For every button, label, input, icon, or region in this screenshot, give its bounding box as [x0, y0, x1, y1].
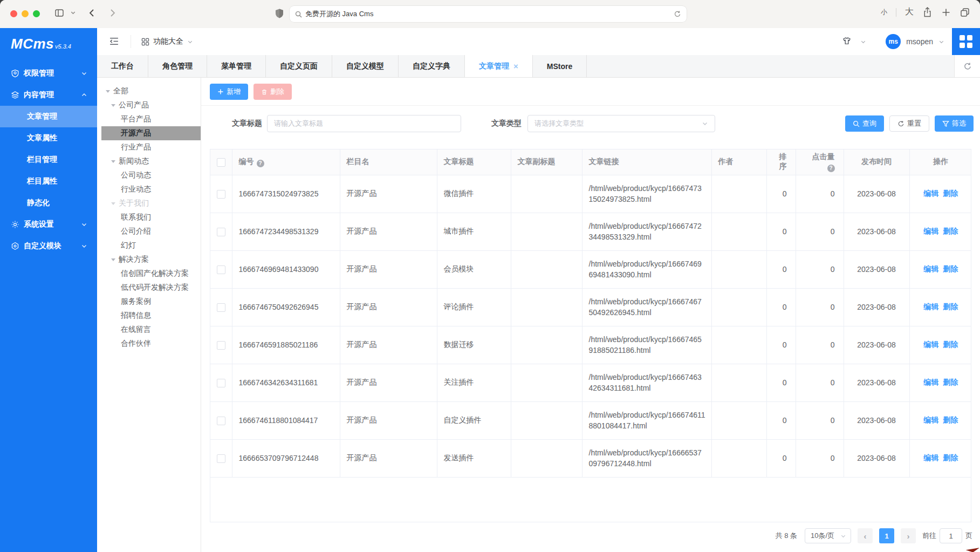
tree-item[interactable]: 幻灯: [97, 238, 201, 253]
refresh-tab-icon[interactable]: [954, 55, 980, 77]
tree-item[interactable]: 招聘信息: [97, 309, 201, 323]
row-checkbox[interactable]: [217, 228, 225, 236]
apps-menu[interactable]: 功能大全: [141, 28, 193, 55]
tree-item[interactable]: 公司产品: [97, 98, 201, 112]
tab-role-manage[interactable]: 角色管理: [148, 55, 207, 77]
sidebar-chevron-icon[interactable]: [70, 10, 76, 16]
sidebar-subitem-article-manage[interactable]: 文章管理: [0, 106, 97, 127]
tree-item[interactable]: 开源产品: [101, 126, 201, 140]
edit-link[interactable]: 编辑: [923, 189, 938, 197]
page-size-select[interactable]: 10条/页: [805, 528, 851, 543]
tree-item[interactable]: 公司动态: [97, 168, 201, 182]
delete-link[interactable]: 删除: [943, 415, 958, 424]
sidebar-subitem-column-manage[interactable]: 栏目管理: [0, 149, 97, 171]
font-smaller-button[interactable]: 小: [881, 8, 887, 17]
tree-item[interactable]: 服务案例: [97, 295, 201, 309]
tree-item[interactable]: 行业动态: [97, 182, 201, 196]
tree-item[interactable]: 合作伙伴: [97, 337, 201, 351]
sidebar-item-content[interactable]: 内容管理: [0, 84, 97, 106]
delete-link[interactable]: 删除: [943, 302, 958, 311]
sidebar-item-permission[interactable]: 权限管理: [0, 63, 97, 84]
tree-item[interactable]: 新闻动态: [97, 154, 201, 168]
tree-item[interactable]: 在线留言: [97, 323, 201, 337]
select-all-checkbox[interactable]: [217, 158, 225, 167]
zoom-window-button[interactable]: [33, 10, 40, 17]
browser-sidebar-icon[interactable]: [54, 8, 65, 18]
edit-link[interactable]: 编辑: [923, 227, 938, 235]
delete-button[interactable]: 删除: [253, 84, 292, 100]
apps-menu-label: 功能大全: [153, 37, 183, 46]
row-checkbox[interactable]: [217, 379, 225, 387]
minimize-window-button[interactable]: [22, 10, 29, 17]
close-window-button[interactable]: [10, 10, 17, 17]
reload-icon[interactable]: [674, 10, 681, 18]
delete-link[interactable]: 删除: [943, 227, 958, 235]
delete-link[interactable]: 删除: [943, 453, 958, 462]
edit-link[interactable]: 编辑: [923, 453, 938, 462]
tab-custom-page[interactable]: 自定义页面: [266, 55, 332, 77]
new-tab-icon[interactable]: [941, 8, 951, 17]
tree-item[interactable]: 解决方案: [97, 253, 201, 267]
tab-menu-manage[interactable]: 菜单管理: [207, 55, 266, 77]
article-type-select[interactable]: 请选择文章类型: [527, 115, 715, 132]
row-checkbox[interactable]: [217, 303, 225, 312]
tab-mstore[interactable]: MStore: [533, 55, 587, 77]
help-icon[interactable]: ?: [827, 165, 835, 172]
theme-icon[interactable]: [841, 36, 853, 47]
tree-item[interactable]: 关于我们: [97, 196, 201, 210]
tree-item[interactable]: 全部: [97, 84, 201, 98]
row-checkbox[interactable]: [217, 341, 225, 350]
theme-chevron-icon[interactable]: [860, 39, 866, 45]
edit-link[interactable]: 编辑: [923, 340, 938, 349]
prev-page-button[interactable]: ‹: [858, 528, 873, 543]
help-icon[interactable]: ?: [257, 160, 264, 167]
tree-item[interactable]: 行业产品: [97, 140, 201, 154]
goto-page-input[interactable]: [940, 528, 962, 543]
edit-link[interactable]: 编辑: [923, 378, 938, 386]
close-tab-icon[interactable]: ×: [513, 62, 518, 70]
edit-link[interactable]: 编辑: [923, 264, 938, 273]
tree-item[interactable]: 低代码开发解决方案: [97, 281, 201, 295]
reset-button[interactable]: 重置: [889, 115, 929, 132]
tab-custom-dict[interactable]: 自定义字典: [399, 55, 465, 77]
collapse-menu-icon[interactable]: [109, 36, 119, 46]
tab-custom-model[interactable]: 自定义模型: [332, 55, 399, 77]
row-checkbox[interactable]: [217, 417, 225, 425]
sidebar-item-custom-module[interactable]: 自定义模块: [0, 235, 97, 257]
address-bar[interactable]: 免费开源的 Java Cms: [290, 6, 687, 22]
sidebar-item-system-settings[interactable]: 系统设置: [0, 214, 97, 235]
article-title-input[interactable]: 请输入文章标题: [267, 115, 461, 132]
row-checkbox[interactable]: [217, 454, 225, 463]
filter-button[interactable]: 筛选: [935, 115, 974, 132]
delete-link[interactable]: 删除: [943, 189, 958, 197]
row-checkbox[interactable]: [217, 265, 225, 274]
avatar[interactable]: ms: [886, 34, 901, 49]
tab-workbench[interactable]: 工作台: [97, 55, 148, 77]
next-page-button[interactable]: ›: [901, 528, 916, 543]
add-button[interactable]: 新增: [210, 84, 248, 100]
tree-item[interactable]: 公司介绍: [97, 224, 201, 238]
delete-link[interactable]: 删除: [943, 264, 958, 273]
back-button[interactable]: [87, 8, 98, 18]
share-icon[interactable]: [922, 6, 933, 18]
privacy-shield-icon[interactable]: [275, 8, 284, 19]
delete-link[interactable]: 删除: [943, 378, 958, 386]
current-page[interactable]: 1: [879, 528, 894, 543]
row-checkbox[interactable]: [217, 190, 225, 199]
forward-button[interactable]: [107, 8, 118, 18]
sidebar-subitem-staticize[interactable]: 静态化: [0, 192, 97, 214]
tree-item[interactable]: 联系我们: [97, 210, 201, 224]
font-larger-button[interactable]: 大: [905, 6, 914, 18]
user-chevron-icon[interactable]: [938, 39, 944, 45]
tab-article-manage[interactable]: 文章管理×: [465, 55, 533, 77]
tree-item[interactable]: 信创国产化解决方案: [97, 267, 201, 281]
edit-link[interactable]: 编辑: [923, 302, 938, 311]
edit-link[interactable]: 编辑: [923, 415, 938, 424]
sidebar-subitem-article-attr[interactable]: 文章属性: [0, 127, 97, 149]
tab-overview-icon[interactable]: [960, 7, 970, 18]
delete-link[interactable]: 删除: [943, 340, 958, 349]
app-grid-button[interactable]: [952, 28, 980, 55]
query-button[interactable]: 查询: [845, 115, 884, 132]
sidebar-subitem-column-attr[interactable]: 栏目属性: [0, 171, 97, 192]
tree-item[interactable]: 平台产品: [97, 112, 201, 126]
